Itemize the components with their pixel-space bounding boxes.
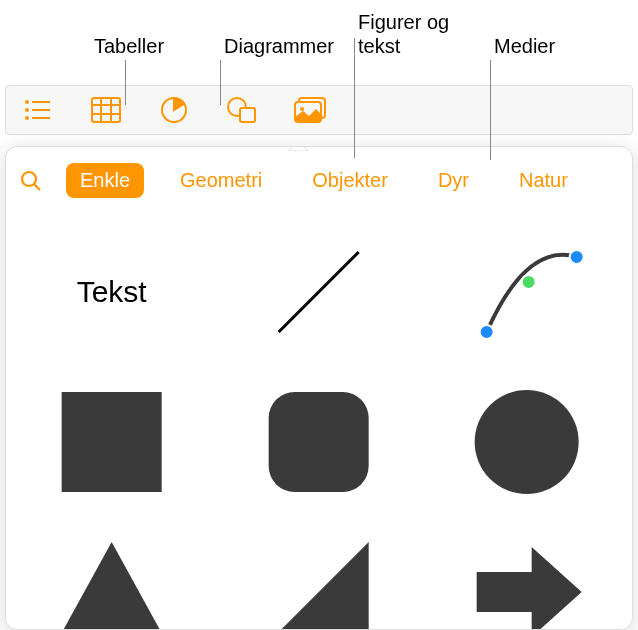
pie-chart-icon: [160, 96, 188, 124]
shape-arrow[interactable]: [443, 532, 610, 630]
square-icon: [28, 382, 195, 502]
svg-marker-29: [476, 547, 581, 630]
svg-rect-25: [269, 392, 369, 492]
svg-point-21: [479, 325, 493, 339]
svg-point-16: [300, 107, 304, 111]
callout-charts: Diagrammer: [224, 34, 304, 58]
table-icon: [91, 97, 121, 123]
media-button[interactable]: [294, 94, 326, 126]
arrow-icon: [443, 532, 610, 630]
callout-tables-line: [125, 60, 126, 105]
image-icon: [294, 97, 326, 123]
category-tab-natur[interactable]: Natur: [505, 163, 582, 198]
svg-line-20: [279, 252, 359, 332]
toolbar: [5, 85, 633, 135]
callout-media: Medier: [494, 34, 555, 58]
shape-circle[interactable]: [443, 382, 610, 502]
callout-shapes-text: Figurer og tekst: [358, 10, 478, 58]
callout-media-line: [490, 60, 491, 160]
shape-triangle[interactable]: [28, 532, 195, 630]
list-icon: [24, 99, 52, 121]
shapes-popover: Enkle Geometri Objekter Dyr Natur Tekst: [5, 146, 633, 630]
category-tab-geometri[interactable]: Geometri: [166, 163, 276, 198]
category-tab-objekter[interactable]: Objekter: [298, 163, 402, 198]
category-tab-enkle[interactable]: Enkle: [66, 163, 144, 198]
svg-rect-13: [240, 108, 255, 122]
list-button[interactable]: [22, 94, 54, 126]
shape-square[interactable]: [28, 382, 195, 502]
svg-marker-27: [57, 542, 167, 630]
right-triangle-icon: [235, 532, 402, 630]
shape-curve[interactable]: [443, 232, 610, 352]
callout-charts-line: [220, 60, 221, 105]
svg-point-23: [569, 250, 583, 264]
search-button[interactable]: [18, 168, 44, 194]
shapes-icon: [227, 96, 257, 124]
svg-point-26: [474, 390, 578, 494]
shape-text-label: Tekst: [77, 275, 147, 309]
category-tabs: Enkle Geometri Objekter Dyr Natur: [18, 159, 620, 212]
svg-marker-28: [269, 542, 369, 630]
callout-shapes-line: [354, 38, 355, 158]
shape-right-triangle[interactable]: [235, 532, 402, 630]
tables-button[interactable]: [90, 94, 122, 126]
svg-point-2: [25, 108, 29, 112]
rounded-square-icon: [235, 382, 402, 502]
shapes-button[interactable]: [226, 94, 258, 126]
circle-icon: [443, 382, 610, 502]
callout-layer: Tabeller Diagrammer Figurer og tekst Med…: [0, 0, 638, 85]
svg-marker-17: [288, 146, 308, 151]
svg-point-18: [22, 172, 36, 186]
svg-rect-6: [92, 98, 120, 122]
svg-point-4: [25, 116, 29, 120]
shape-rounded-square[interactable]: [235, 382, 402, 502]
svg-line-19: [34, 184, 40, 190]
shape-line[interactable]: [235, 232, 402, 352]
charts-button[interactable]: [158, 94, 190, 126]
line-icon: [235, 232, 402, 352]
popover-arrow: [288, 146, 308, 147]
category-tab-dyr[interactable]: Dyr: [424, 163, 483, 198]
svg-rect-24: [62, 392, 162, 492]
svg-point-22: [521, 275, 535, 289]
shape-text[interactable]: Tekst: [28, 232, 195, 352]
shape-grid: Tekst: [18, 212, 620, 630]
triangle-icon: [28, 532, 195, 630]
curve-icon: [443, 232, 610, 352]
search-icon: [20, 170, 42, 192]
callout-tables: Tabeller: [94, 34, 174, 58]
svg-point-0: [25, 100, 29, 104]
